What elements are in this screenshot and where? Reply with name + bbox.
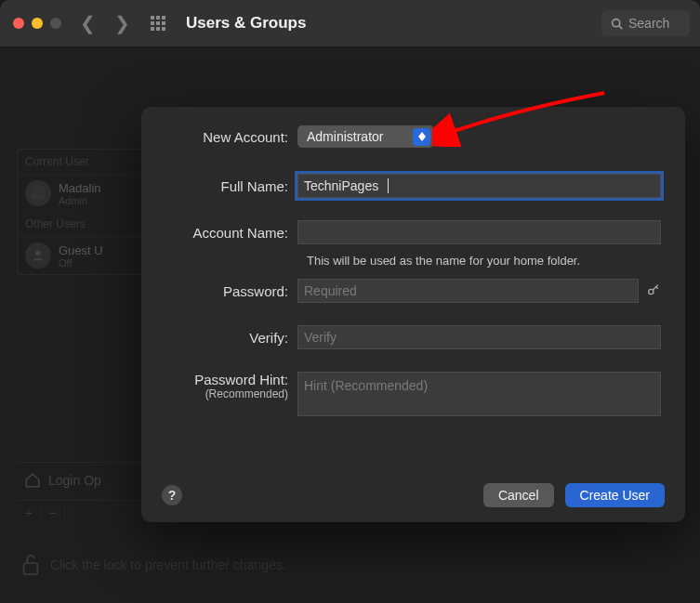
password-assistant-icon[interactable] [646,282,661,300]
new-account-popup[interactable]: Administrator [297,125,434,148]
hint-input[interactable] [297,372,661,416]
other-users-label: Other Users [18,212,155,237]
preferences-window: ❮ ❯ Users & Groups Search Password Login… [0,0,700,603]
text-caret [388,178,389,193]
window-title: Users & Groups [186,14,601,33]
verify-input[interactable] [297,325,661,349]
full-name-label: Full Name: [165,178,297,194]
full-name-input[interactable] [297,174,661,198]
password-label: Password: [165,283,297,299]
user-name: Guest U [59,243,103,257]
hint-label: Password Hint: (Recommended) [165,372,297,400]
user-name: Madalin [59,181,101,195]
new-user-sheet: New Account: Administrator Full Name: [141,107,685,522]
show-all-button[interactable] [151,16,165,31]
verify-label: Verify: [165,330,297,346]
svg-point-0 [613,19,620,26]
window-controls [13,18,61,29]
titlebar: ❮ ❯ Users & Groups Search [0,0,700,46]
users-sidebar: Current User Madalin Admin Other Users G… [17,149,156,275]
lock-row: Click the lock to prevent further change… [20,553,286,577]
home-icon [24,472,41,489]
lock-text: Click the lock to prevent further change… [50,557,286,572]
avatar [25,180,51,206]
remove-user-button: − [41,505,65,520]
current-user-row: Madalin Admin [18,175,155,212]
back-button[interactable]: ❮ [80,12,96,34]
current-user-label: Current User [18,150,155,175]
account-name-hint: This will be used as the name for your h… [307,254,685,268]
forward-button[interactable]: ❯ [114,12,130,34]
svg-point-3 [35,251,40,256]
search-icon [611,18,623,30]
login-options-row: Login Op [17,462,156,498]
account-name-input[interactable] [297,220,661,244]
user-role: Admin [59,195,101,206]
svg-rect-4 [24,563,38,574]
svg-point-5 [649,289,654,294]
guest-avatar [25,243,51,269]
new-account-value: Administrator [307,129,383,144]
unlock-icon [20,553,41,577]
create-user-button[interactable]: Create User [565,483,665,507]
add-user-button: + [17,505,41,520]
zoom-window-button[interactable] [50,18,61,29]
other-user-row: Guest U Off [18,237,155,274]
account-name-label: Account Name: [165,225,297,241]
new-account-label: New Account: [165,129,297,145]
minimize-window-button[interactable] [32,18,43,29]
help-button[interactable]: ? [162,485,182,505]
user-role: Off [59,257,103,269]
login-options-label: Login Op [48,473,101,488]
popup-arrows-icon [413,128,430,146]
password-input[interactable] [297,279,639,303]
search-placeholder: Search [628,16,669,31]
search-field[interactable]: Search [601,10,690,36]
close-window-button[interactable] [13,18,24,29]
svg-line-1 [619,25,622,28]
cancel-button[interactable]: Cancel [483,483,554,507]
add-remove-bar: + − [17,500,156,524]
